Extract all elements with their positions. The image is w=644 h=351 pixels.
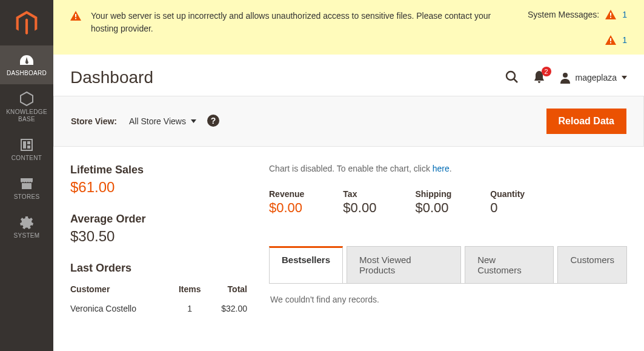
- lifetime-sales-label: Lifetime Sales: [70, 164, 247, 176]
- metric-quantity: Quantity 0: [490, 189, 525, 216]
- sidebar-item-knowledge-base[interactable]: KNOWLEDGE BASE: [0, 84, 53, 130]
- tab-bestsellers[interactable]: Bestsellers: [269, 246, 343, 284]
- enable-chart-link[interactable]: here: [433, 164, 450, 173]
- warning-icon: [70, 10, 85, 45]
- product-tabs: Bestsellers Most Viewed Products New Cus…: [269, 246, 627, 284]
- cell-items: 1: [173, 298, 207, 319]
- help-icon[interactable]: ?: [207, 115, 219, 129]
- sidebar-item-dashboard[interactable]: DASHBOARD: [0, 45, 53, 84]
- magento-logo[interactable]: [0, 0, 53, 45]
- lifetime-sales-value: $61.00: [70, 179, 247, 196]
- search-icon[interactable]: [505, 70, 519, 85]
- svg-point-10: [506, 72, 515, 80]
- store-view-label: Store View:: [71, 116, 117, 126]
- store-view-select[interactable]: All Store Views: [129, 116, 196, 126]
- page-header: Dashboard 2 mageplaza: [53, 55, 644, 96]
- sidebar-item-stores[interactable]: STORES: [0, 169, 53, 208]
- svg-rect-5: [75, 18, 76, 19]
- last-orders-table: Customer Items Total Veronica Costello 1…: [70, 281, 247, 319]
- svg-rect-9: [610, 42, 611, 44]
- sidebar-label: DASHBOARD: [0, 70, 53, 77]
- warning-icon: [605, 35, 616, 45]
- reload-data-button[interactable]: Reload Data: [546, 109, 626, 134]
- col-total: Total: [207, 281, 247, 298]
- warning-icon: [605, 10, 616, 19]
- admin-sidebar: DASHBOARD KNOWLEDGE BASE CONTENT STORES …: [0, 0, 53, 336]
- sidebar-item-system[interactable]: SYSTEM: [0, 208, 53, 247]
- average-order-label: Average Order: [70, 213, 247, 226]
- sidebar-label: KNOWLEDGE BASE: [0, 109, 53, 123]
- sidebar-item-content[interactable]: CONTENT: [0, 130, 53, 169]
- gear-icon: [0, 214, 53, 231]
- svg-rect-8: [610, 38, 611, 41]
- svg-text:?: ?: [211, 116, 216, 125]
- svg-rect-3: [27, 145, 30, 149]
- cell-customer: Veronica Costello: [70, 298, 173, 319]
- hexagon-icon: [0, 90, 53, 107]
- last-orders-title: Last Orders: [70, 262, 247, 275]
- metric-tax: Tax $0.00: [343, 189, 376, 216]
- content-icon: [0, 136, 53, 153]
- tab-new-customers[interactable]: New Customers: [465, 246, 554, 284]
- metric-shipping: Shipping $0.00: [415, 189, 451, 216]
- stores-icon: [0, 175, 53, 192]
- chevron-down-icon: [191, 119, 196, 123]
- user-name: mageplaza: [576, 73, 617, 82]
- col-items: Items: [173, 281, 207, 298]
- tab-panel-empty: We couldn't find any records.: [269, 283, 627, 315]
- svg-rect-2: [27, 141, 30, 144]
- metric-revenue: Revenue $0.00: [269, 189, 304, 216]
- svg-rect-1: [23, 141, 26, 149]
- sidebar-label: CONTENT: [0, 155, 53, 162]
- svg-rect-4: [75, 14, 76, 17]
- system-messages-extra[interactable]: 1: [605, 35, 627, 45]
- user-icon: [560, 72, 571, 84]
- svg-line-11: [514, 79, 517, 82]
- average-order-value: $30.50: [70, 228, 247, 245]
- sidebar-label: SYSTEM: [0, 232, 53, 239]
- col-customer: Customer: [70, 281, 173, 298]
- chevron-down-icon: [622, 76, 627, 79]
- svg-rect-7: [610, 17, 611, 18]
- system-messages-summary[interactable]: System Messages: 1: [528, 10, 627, 19]
- chart-disabled-note: Chart is disabled. To enable the chart, …: [269, 164, 627, 173]
- svg-rect-0: [21, 139, 32, 150]
- sidebar-label: STORES: [0, 193, 53, 201]
- table-row[interactable]: Veronica Costello 1 $32.00: [70, 298, 247, 319]
- svg-rect-6: [610, 13, 611, 16]
- svg-point-12: [563, 73, 568, 78]
- store-view-toolbar: Store View: All Store Views ? Reload Dat…: [53, 96, 644, 147]
- system-message-text: Your web server is set up incorrectly an…: [85, 10, 528, 45]
- system-messages-banner: Your web server is set up incorrectly an…: [53, 0, 644, 55]
- notifications-icon[interactable]: 2: [533, 70, 545, 85]
- tab-most-viewed[interactable]: Most Viewed Products: [347, 246, 461, 284]
- notification-badge: 2: [542, 67, 551, 76]
- dashboard-icon: [0, 52, 53, 69]
- tab-customers[interactable]: Customers: [557, 246, 627, 284]
- page-title: Dashboard: [70, 68, 505, 87]
- user-menu[interactable]: mageplaza: [560, 72, 628, 84]
- cell-total: $32.00: [207, 298, 247, 319]
